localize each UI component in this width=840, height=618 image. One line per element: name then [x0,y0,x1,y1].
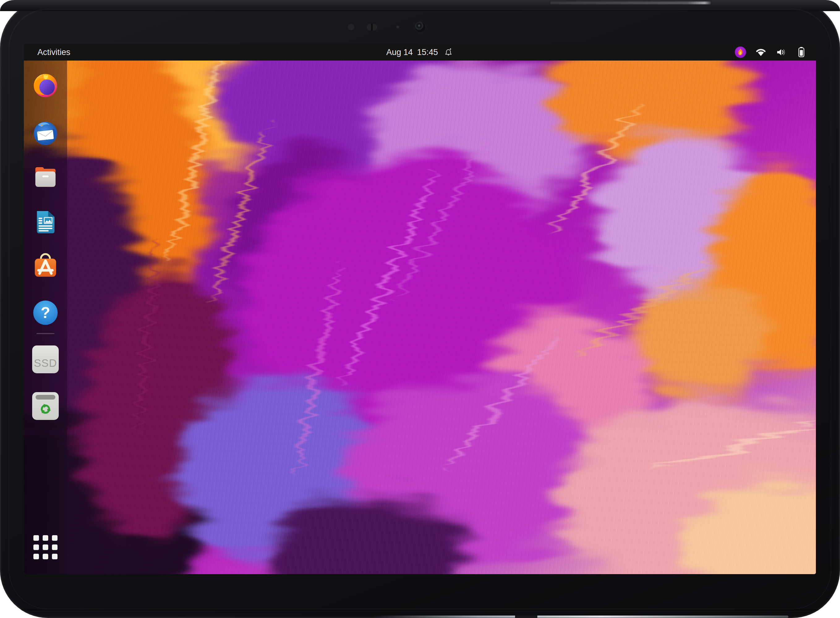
trash-recycle-icon [32,392,59,420]
app-grid-icon [33,535,58,560]
power-button [550,1,711,4]
dock-item-ubuntu-software[interactable] [32,253,59,279]
dock-item-ssd-drive[interactable]: SSD [32,345,59,373]
dock-item-libreoffice-writer[interactable] [32,209,59,235]
screen: Activities Aug 14 15:45 [24,44,816,574]
dock-item-help[interactable]: ? [32,299,59,326]
dock: ? SSD [24,61,67,574]
clock-button[interactable]: Aug 14 15:45 [386,47,453,57]
ssd-label: SSD [34,357,57,369]
firefox-icon [32,72,59,99]
date-label: Aug 14 [386,48,413,57]
wifi-icon [755,47,766,58]
dock-item-files[interactable] [32,163,59,190]
thunderbird-icon [32,120,59,146]
tablet-frame: Activities Aug 14 15:45 [0,0,840,618]
flame-badge-icon [734,46,747,58]
connector-port [515,615,537,618]
dock-item-firefox[interactable] [32,72,59,99]
activities-button[interactable]: Activities [35,47,73,58]
recycle-symbol-icon [32,397,59,420]
dock-separator [36,333,54,334]
writer-document-icon [32,209,59,235]
wallpaper-brush-texture [24,61,816,574]
battery-icon [795,46,807,58]
files-folder-icon [32,163,59,190]
dock-item-thunderbird[interactable] [32,120,59,146]
system-tray-button[interactable] [734,46,807,58]
frame-bottom-edge-highlight [374,615,788,618]
screenshot: Activities Aug 14 15:45 [0,0,840,618]
dock-item-trash[interactable] [32,392,59,420]
frame-bottom-seam [22,610,818,611]
help-glyph: ? [41,304,50,321]
help-question-icon: ? [32,299,59,326]
gnome-top-bar: Activities Aug 14 15:45 [24,44,816,61]
bell-icon [444,47,454,57]
time-label: 15:45 [417,48,438,57]
ssd-drive-icon: SSD [32,345,59,373]
dock-item-show-applications[interactable] [33,535,58,560]
volume-icon [775,46,787,58]
software-store-icon [32,253,59,279]
desktop-wallpaper[interactable]: ? SSD [24,61,816,574]
